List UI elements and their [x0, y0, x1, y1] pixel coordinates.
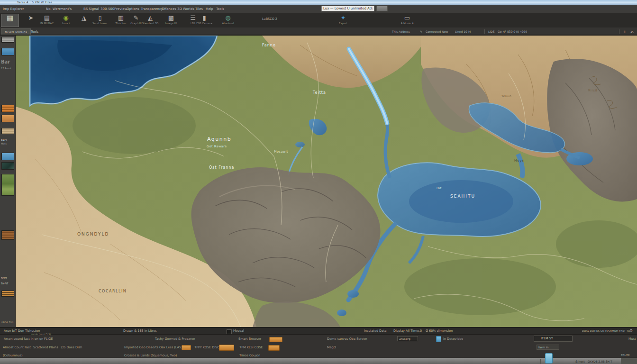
panel-r2c3: 7PPY KOSE DISC — [194, 346, 219, 349]
thumb-strata[interactable] — [1, 291, 14, 297]
panel-r1-edge: Must — [628, 337, 636, 341]
bottom-panel: Arun b/T Don Tichuston mode (send 5.3) D… — [0, 327, 637, 364]
status-right: DUAL DUTIES ON MAXIMUM FRET TO — [582, 329, 630, 332]
thumb-grass-photo[interactable] — [1, 174, 14, 196]
thumb-dunes[interactable] — [1, 128, 14, 134]
map-editor-window: Terra 4 · 5 PM W Files Imp Explorer No. … — [0, 0, 637, 364]
thumb-wood[interactable] — [1, 230, 14, 240]
compass-scribble-icon[interactable]: ✍ — [630, 30, 634, 35]
color-swatch-4[interactable] — [268, 345, 280, 351]
menu-item-11[interactable]: Tools — [216, 7, 224, 11]
panel-r1c1: Arcon sound fast in on on FLIGE — [4, 337, 53, 341]
thumb-forest[interactable] — [1, 162, 14, 170]
status-insulated: Insulated Data — [364, 329, 387, 333]
map-label: Yekun — [501, 94, 511, 98]
panel-r1c4: Deme-canvas Oba-Screen — [327, 337, 367, 341]
tab-mixed-terrains[interactable]: Mixed Terrains — [1, 28, 31, 35]
lubsco-button[interactable]: LuBSCO 2 — [258, 14, 281, 27]
sidebar-label-tapit[interactable]: TA-PIT — [1, 282, 8, 285]
map-canvas[interactable]: Fanno Aqunnb Got Raware Ost Franna Mosaw… — [16, 36, 637, 327]
menu-item-7[interactable]: Offances — [162, 7, 176, 11]
main-toolbar: ▦ ➤ ▤IN MILBAC ◉Lens i ◮ ▯Send Lower ▥Th… — [0, 13, 637, 28]
map-label: COCARLLIN — [99, 289, 127, 293]
window-titlebar: Terra 4 · 5 PM W Files — [0, 0, 637, 5]
menu-item-2[interactable]: BS Signal — [83, 7, 99, 11]
thumb-sand[interactable] — [1, 115, 14, 122]
globe-icon[interactable]: ◍Absolved — [219, 14, 237, 27]
taskbar-separator — [540, 359, 541, 364]
menu-item-3[interactable]: 300-500 — [100, 7, 114, 11]
pen-icon-small[interactable]: ✎ — [420, 30, 422, 33]
status-m: M — [468, 30, 471, 33]
thumb-clay[interactable] — [1, 105, 14, 112]
status-ii: II — [624, 30, 626, 33]
layers-doc-icon[interactable]: ▤IN MILBAC — [38, 14, 56, 27]
search-button[interactable] — [376, 6, 388, 11]
item-sy-box[interactable]: ITEM SY — [534, 336, 573, 342]
status-lids: LIDS — [488, 30, 495, 33]
panel-r2c5: MagO — [327, 346, 336, 349]
gear-icon[interactable]: ⚙ — [629, 328, 633, 333]
sidebar-label-bottom: I BIGA TIVI — [1, 321, 13, 324]
panel-r3c1: (Coloumnus) — [3, 354, 22, 357]
color-swatch-2[interactable] — [182, 345, 191, 350]
map-label: Ost Franna — [209, 165, 234, 170]
menu-item-5[interactable]: Options — [127, 7, 139, 11]
panel-r3-edge: TRLITE — [621, 354, 630, 356]
status-connected: Connected Now — [426, 30, 448, 33]
window-title: Terra 4 · 5 PM W Files — [17, 0, 53, 4]
mountain-icon[interactable]: ◭Standard 3D — [141, 14, 159, 27]
panel-r2c4: 7PM KLSI COSE — [239, 346, 263, 349]
panel-r2c1b: Scattered Plains — [33, 346, 58, 349]
taskbar-document-icon[interactable] — [545, 353, 553, 364]
taskbar-host[interactable]: & host — [575, 360, 585, 363]
thumb-lake[interactable] — [1, 153, 14, 160]
color-swatch-1[interactable] — [269, 337, 282, 342]
taskbar: & host OXYDE 2.05 SH T — [0, 358, 637, 364]
tab-tools[interactable]: Tools — [27, 28, 42, 35]
menu-item-4[interactable]: Preview — [114, 7, 127, 11]
mirror-toggle[interactable] — [227, 329, 232, 334]
active-document-icon[interactable]: ▦ — [1, 14, 19, 27]
status-lined: Lined 10 — [455, 30, 467, 33]
map-label: ONGNDYLD — [77, 232, 109, 237]
sidebar-label-mots: Mots — [1, 142, 7, 145]
menu-item-1[interactable]: No. Werrmont's — [46, 7, 72, 11]
search-input[interactable] — [321, 6, 374, 11]
map-label: Fanno — [262, 43, 276, 47]
status-bar: Arun b/T Don Tichuston mode (send 5.3) D… — [0, 327, 637, 335]
map-label: Teitta — [312, 91, 326, 95]
menu-item-9[interactable]: Tiles — [195, 7, 203, 11]
color-swatch-3[interactable] — [219, 345, 234, 351]
thumb-water[interactable] — [1, 48, 14, 55]
sidebar-label-pays[interactable]: PAYS — [1, 139, 7, 142]
mirror-label: Meseal — [233, 329, 244, 333]
menu-item-6[interactable]: Transparency — [141, 7, 163, 11]
map-label: Hoyn — [514, 159, 525, 163]
status-display[interactable]: Display All Times — [393, 329, 419, 333]
lens-icon[interactable]: ◉Lens i — [57, 14, 75, 27]
page-icon[interactable]: ▯Send Lower — [91, 14, 109, 27]
menu-item-0[interactable]: Imp Explorer — [3, 7, 24, 11]
panel-input-1[interactable]: anssprg — [397, 336, 418, 341]
image-icon[interactable]: ▩Image IV — [162, 14, 180, 27]
menu-item-8[interactable]: 3D Worlds — [177, 7, 194, 11]
sidebar-label-bar: Bar — [1, 59, 10, 64]
pointer-icon[interactable]: ➤ — [22, 14, 40, 27]
thumb-document[interactable] — [1, 37, 14, 43]
panel-r3c2: Crosses & Lands (Squamous, Two) — [124, 354, 177, 357]
panel-input-2[interactable]: farm in — [537, 345, 559, 350]
sidebar-label-nmm[interactable]: NMM — [1, 276, 7, 279]
taskbar-end-block — [621, 358, 637, 364]
taskbar-version: OXYDE 2.05 SH T — [588, 360, 612, 363]
menu-item-10[interactable]: Help — [206, 7, 213, 11]
bird-icon[interactable]: ✦Expert — [334, 14, 352, 27]
video-icon[interactable] — [436, 336, 441, 342]
status-zero: 0 — [420, 329, 422, 333]
building-icon[interactable]: ▮FSB Camera — [195, 14, 213, 27]
flask-icon[interactable]: ◮ — [75, 14, 93, 27]
film-icon[interactable]: ▭A Movie 4 — [398, 14, 416, 27]
status-go-number: Go-N° 530 040 4999 — [498, 30, 527, 33]
panel-r1c2: Tachy Gowned & Preazren — [155, 337, 195, 341]
status-drawn: Drawn & 165 in Litres — [123, 329, 157, 333]
